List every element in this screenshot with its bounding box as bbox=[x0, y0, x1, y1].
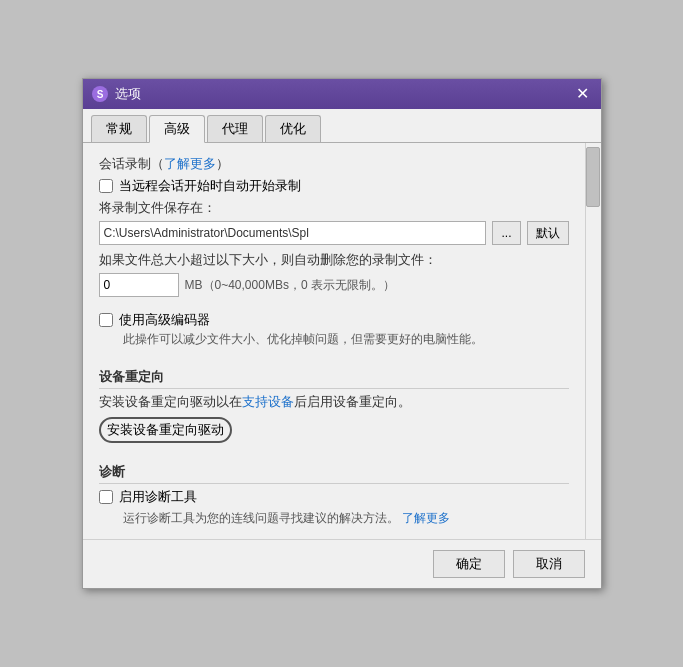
path-input[interactable] bbox=[99, 221, 487, 245]
recording-learn-more-link[interactable]: 了解更多 bbox=[164, 156, 216, 171]
redirect-support-link[interactable]: 支持设备 bbox=[242, 394, 294, 409]
tab-proxy[interactable]: 代理 bbox=[207, 115, 263, 142]
install-redirect-button[interactable]: 安装设备重定向驱动 bbox=[99, 417, 232, 443]
app-icon: S bbox=[91, 85, 109, 103]
tab-bar: 常规 高级 代理 优化 bbox=[83, 109, 601, 143]
redirect-desc: 安装设备重定向驱动以在支持设备后启用设备重定向。 bbox=[99, 393, 569, 411]
save-label: 将录制文件保存在： bbox=[99, 199, 569, 217]
tab-general[interactable]: 常规 bbox=[91, 115, 147, 142]
recording-section: 会话录制（了解更多） 当远程会话开始时自动开始录制 将录制文件保存在： ... … bbox=[99, 155, 569, 297]
diag-learn-more-link[interactable]: 了解更多 bbox=[402, 511, 450, 525]
encoder-label: 使用高级编码器 bbox=[119, 311, 210, 329]
auto-record-row: 当远程会话开始时自动开始录制 bbox=[99, 177, 569, 195]
encoder-checkbox-row: 使用高级编码器 bbox=[99, 311, 569, 329]
scrollbar[interactable] bbox=[585, 143, 601, 539]
diag-checkbox[interactable] bbox=[99, 490, 113, 504]
dialog-window: S 选项 ✕ 常规 高级 代理 优化 会话录制（了解更多） 当远程会话开始时自动… bbox=[82, 78, 602, 589]
size-desc: 如果文件总大小超过以下大小，则自动删除您的录制文件： bbox=[99, 251, 569, 269]
diag-desc: 运行诊断工具为您的连线问题寻找建议的解决方法。 了解更多 bbox=[123, 510, 569, 527]
bottom-bar: 确定 取消 bbox=[83, 539, 601, 588]
encoder-section: 使用高级编码器 此操作可以减少文件大小、优化掉帧问题，但需要更好的电脑性能。 bbox=[99, 311, 569, 352]
confirm-button[interactable]: 确定 bbox=[433, 550, 505, 578]
dialog-title: 选项 bbox=[115, 85, 572, 103]
path-row: ... 默认 bbox=[99, 221, 569, 245]
diag-section: 诊断 启用诊断工具 运行诊断工具为您的连线问题寻找建议的解决方法。 了解更多 bbox=[99, 459, 569, 527]
tab-advanced[interactable]: 高级 bbox=[149, 115, 205, 143]
auto-record-checkbox[interactable] bbox=[99, 179, 113, 193]
title-bar: S 选项 ✕ bbox=[83, 79, 601, 109]
diag-enable-label: 启用诊断工具 bbox=[119, 488, 197, 506]
diag-title: 诊断 bbox=[99, 463, 569, 484]
redirect-section: 设备重定向 安装设备重定向驱动以在支持设备后启用设备重定向。 安装设备重定向驱动 bbox=[99, 364, 569, 443]
close-button[interactable]: ✕ bbox=[572, 86, 593, 102]
content-area: 会话录制（了解更多） 当远程会话开始时自动开始录制 将录制文件保存在： ... … bbox=[83, 143, 585, 539]
auto-record-label: 当远程会话开始时自动开始录制 bbox=[119, 177, 301, 195]
scrollbar-thumb[interactable] bbox=[586, 147, 600, 207]
redirect-title: 设备重定向 bbox=[99, 368, 569, 389]
recording-title: 会话录制（了解更多） bbox=[99, 155, 569, 173]
svg-text:S: S bbox=[96, 89, 103, 100]
size-unit: MB（0~40,000MBs，0 表示无限制。） bbox=[185, 277, 395, 294]
size-row: MB（0~40,000MBs，0 表示无限制。） bbox=[99, 273, 569, 297]
encoder-checkbox[interactable] bbox=[99, 313, 113, 327]
cancel-button[interactable]: 取消 bbox=[513, 550, 585, 578]
diag-checkbox-row: 启用诊断工具 bbox=[99, 488, 569, 506]
encoder-desc: 此操作可以减少文件大小、优化掉帧问题，但需要更好的电脑性能。 bbox=[123, 331, 569, 348]
default-button[interactable]: 默认 bbox=[527, 221, 569, 245]
size-input[interactable] bbox=[99, 273, 179, 297]
tab-optimize[interactable]: 优化 bbox=[265, 115, 321, 142]
browse-button[interactable]: ... bbox=[492, 221, 520, 245]
